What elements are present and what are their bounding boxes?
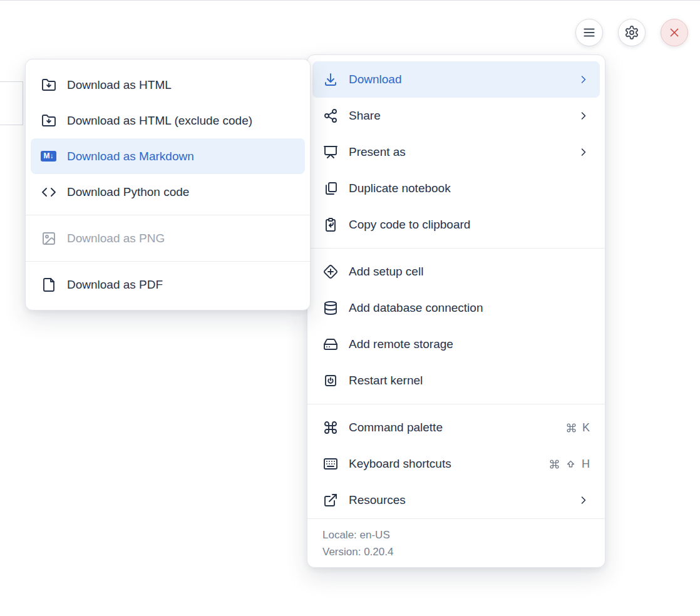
hamburger-icon [581, 24, 597, 41]
menu-item-label: Download as PNG [67, 232, 295, 245]
menu-item-download-as-pdf[interactable]: Download as PDF [26, 267, 310, 302]
locale-text: Locale: en-US [322, 526, 590, 543]
background-cell-border-bottom [0, 125, 23, 125]
menu-item-label: Present as [349, 145, 571, 159]
duplicate-icon [322, 181, 338, 197]
chevron-right-icon [577, 110, 590, 122]
menu-item-download-as-html[interactable]: Download as HTML [26, 67, 310, 103]
menu-item-download-as-png: Download as PNG [26, 220, 310, 256]
hard-drive-icon [322, 337, 338, 352]
menu-item-download-as-html-exclude-code[interactable]: Download as HTML (exclude code) [26, 103, 310, 138]
menu-item-label: Download as HTML [67, 78, 295, 92]
command-icon [322, 420, 338, 436]
menu-item-label: Add remote storage [349, 337, 590, 351]
code-icon [41, 184, 56, 200]
command-icon [549, 459, 560, 470]
menu-item-label: Download as Markdown [67, 150, 295, 163]
menu-item-resources[interactable]: Resources [307, 482, 605, 518]
shortcut-key: H [582, 458, 590, 471]
menu-item-add-setup-cell[interactable]: Add setup cell [307, 254, 605, 290]
window-top-border [0, 0, 700, 1]
menu-item-duplicate-notebook[interactable]: Duplicate notebook [307, 170, 605, 207]
share-icon [322, 108, 338, 124]
menu-item-copy-code-to-clipboard[interactable]: Copy code to clipboard [307, 207, 605, 243]
menu-item-restart-kernel[interactable]: Restart kernel [307, 362, 605, 399]
chevron-right-icon [577, 146, 590, 158]
shortcut-hint: H [549, 458, 590, 471]
markdown-badge-icon: M↓ [41, 151, 56, 162]
menu-separator [26, 261, 310, 262]
menu-item-present-as[interactable]: Present as [307, 134, 605, 170]
command-icon [566, 423, 577, 433]
chevron-right-icon [577, 494, 590, 506]
database-icon [322, 300, 338, 316]
close-icon [667, 26, 681, 39]
menu-item-label: Download as PDF [67, 278, 295, 292]
menu-item-command-palette[interactable]: Command paletteK [307, 409, 605, 446]
chevron-right-icon [577, 73, 590, 86]
background-cell-border-right [23, 81, 23, 125]
shortcut-hint: K [566, 421, 590, 434]
download-icon [322, 72, 338, 88]
menu-item-label: Download as HTML (exclude code) [67, 114, 295, 128]
notebook-actions-menu-items: DownloadSharePresent asDuplicate noteboo… [307, 55, 605, 518]
external-link-icon [322, 493, 338, 508]
notebook-actions-menu: DownloadSharePresent asDuplicate noteboo… [307, 54, 605, 568]
menu-item-label: Download [349, 73, 571, 86]
menu-item-label: Copy code to clipboard [349, 218, 590, 232]
menu-item-keyboard-shortcuts[interactable]: Keyboard shortcutsH [307, 446, 605, 482]
clipboard-copy-icon [322, 217, 338, 233]
markdown-badge-icon: M↓ [41, 148, 56, 164]
menu-item-download-as-markdown[interactable]: M↓Download as Markdown [31, 138, 305, 174]
image-icon [41, 230, 56, 246]
download-submenu: Download as HTMLDownload as HTML (exclud… [25, 59, 311, 311]
presentation-icon [322, 145, 338, 160]
menu-item-label: Add database connection [349, 301, 590, 315]
menu-item-label: Add setup cell [349, 265, 590, 279]
version-text: Version: 0.20.4 [322, 543, 590, 560]
folder-down-icon [41, 113, 56, 128]
settings-button[interactable] [618, 19, 646, 46]
menu-separator [307, 404, 605, 404]
menu-separator [307, 248, 605, 249]
menu-item-add-database-connection[interactable]: Add database connection [307, 290, 605, 326]
folder-down-icon [41, 77, 56, 93]
gear-icon [624, 25, 639, 40]
menu-item-label: Duplicate notebook [349, 182, 590, 195]
background-cell-border-top [0, 81, 23, 82]
menu-item-label: Command palette [349, 421, 566, 434]
menu-item-label: Download Python code [67, 185, 295, 199]
menu-item-share[interactable]: Share [307, 98, 605, 134]
keyboard-icon [322, 456, 338, 472]
diamond-plus-icon [322, 264, 338, 280]
menu-item-add-remote-storage[interactable]: Add remote storage [307, 326, 605, 362]
shortcut-key: K [582, 421, 590, 434]
menu-item-label: Restart kernel [349, 374, 590, 388]
menu-footer: Locale: en-US Version: 0.20.4 [307, 518, 605, 567]
menu-separator [26, 215, 310, 215]
menu-item-label: Keyboard shortcuts [349, 457, 549, 471]
menu-item-download-python-code[interactable]: Download Python code [26, 174, 310, 210]
file-icon [41, 277, 56, 292]
menu-item-download[interactable]: Download [312, 61, 600, 98]
menu-item-label: Share [349, 109, 571, 123]
shift-icon [565, 459, 576, 470]
menu-item-label: Resources [349, 493, 571, 507]
notebook-menu-button[interactable] [575, 19, 603, 46]
power-square-icon [322, 373, 338, 389]
close-button[interactable] [661, 19, 688, 46]
